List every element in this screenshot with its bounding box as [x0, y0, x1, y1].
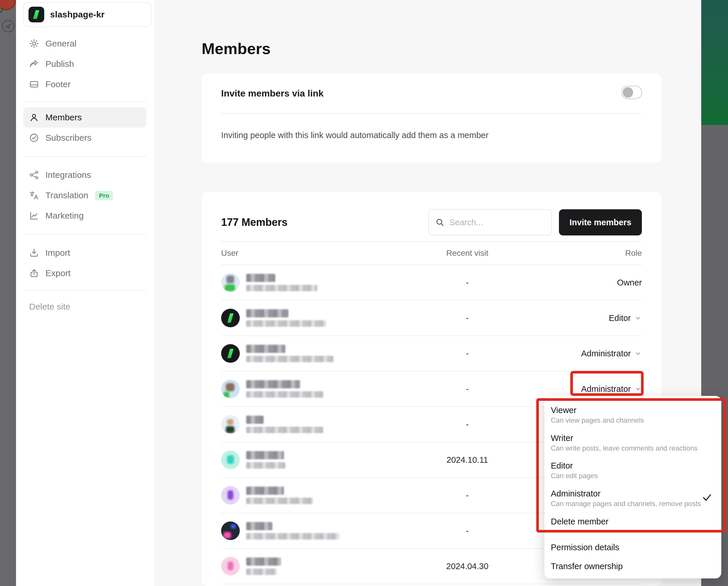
publish-icon: [29, 59, 39, 69]
sidebar-item-members[interactable]: Members: [23, 107, 146, 128]
masked-name: [246, 558, 281, 566]
role-dropdown-open[interactable]: Administrator: [520, 384, 642, 394]
sidebar-divider: [23, 234, 146, 235]
invite-link-toggle[interactable]: [621, 86, 642, 99]
menu-action-delete-member[interactable]: Delete member: [551, 516, 716, 527]
invite-members-button[interactable]: Invite members: [559, 209, 642, 236]
role-dropdown[interactable]: Administrator: [520, 349, 642, 358]
member-search: [428, 209, 552, 236]
avatar: [221, 451, 240, 469]
person-icon: [29, 112, 39, 123]
menu-action-transfer-ownership[interactable]: Transfer ownership: [551, 561, 716, 571]
recent-visit: -: [415, 491, 520, 500]
user-cell: [221, 273, 415, 292]
sidebar-item-label: Export: [45, 268, 71, 278]
masked-email: [246, 285, 318, 291]
table-row: - Editor: [221, 300, 642, 336]
masked-name: [246, 451, 284, 459]
import-icon: [29, 248, 39, 258]
site-name: slashpage-kr: [50, 9, 104, 20]
table-row: - Owner: [221, 265, 642, 300]
menu-option-editor[interactable]: Editor Can edit pages: [551, 460, 716, 480]
sidebar-nav: General Publish Footer: [23, 33, 146, 315]
sidebar-item-general[interactable]: General: [23, 33, 146, 54]
role-value: Owner: [520, 278, 642, 288]
sidebar-item-label: Integrations: [45, 170, 91, 180]
export-icon: [29, 268, 39, 278]
masked-email: [246, 427, 323, 433]
recent-visit: -: [415, 526, 520, 536]
avatar: [221, 309, 240, 327]
sidebar-item-label: Subscribers: [45, 133, 91, 143]
masked-email: [246, 533, 339, 539]
sidebar-divider: [23, 102, 146, 102]
avatar: [221, 344, 240, 363]
sidebar-divider: [23, 156, 146, 157]
sidebar-item-export[interactable]: Export: [23, 263, 146, 284]
delete-site-button[interactable]: Delete site: [23, 298, 146, 315]
sidebar-item-label: General: [45, 39, 77, 49]
masked-email: [246, 498, 313, 504]
sidebar-item-import[interactable]: Import: [23, 243, 146, 263]
masked-name: [246, 274, 275, 282]
role-dropdown[interactable]: Editor: [520, 313, 642, 323]
recent-visit: -: [415, 278, 520, 288]
user-cell: [221, 557, 415, 576]
integrations-icon: [29, 170, 39, 180]
sidebar-item-publish[interactable]: Publish: [23, 54, 146, 74]
avatar: [221, 486, 240, 505]
menu-action-permission-details[interactable]: Permission details: [551, 542, 716, 553]
role-menu: Viewer Can view pages and channels Write…: [545, 396, 721, 579]
recent-visit: -: [415, 313, 520, 323]
menu-option-viewer[interactable]: Viewer Can view pages and channels: [551, 405, 716, 425]
chevron-down-icon: [634, 385, 642, 393]
settings-modal: slashpage-kr General Publish: [0, 0, 728, 586]
masked-name: [246, 380, 300, 388]
card-divider: [221, 113, 642, 114]
chart-icon: [29, 211, 39, 221]
compass-icon: [1, 19, 15, 33]
sidebar-item-footer[interactable]: Footer: [23, 74, 146, 95]
sidebar-item-marketing[interactable]: Marketing: [23, 206, 146, 226]
sidebar-item-translation[interactable]: Translation Pro: [23, 185, 146, 206]
avatar: [221, 557, 240, 576]
recent-visit: -: [415, 420, 520, 429]
chevron-down-icon: [634, 314, 642, 322]
invite-link-title: Invite members via link: [221, 88, 324, 99]
masked-name: [246, 416, 263, 424]
masked-name: [246, 345, 285, 353]
user-cell: [221, 309, 415, 327]
table-row: - Administrator: [221, 336, 642, 371]
sidebar-divider: [23, 290, 146, 291]
settings-sidebar: slashpage-kr General Publish: [16, 0, 155, 586]
menu-option-writer[interactable]: Writer Can write posts, leave comments a…: [551, 433, 716, 453]
search-icon: [435, 218, 445, 227]
avatar: [221, 380, 240, 398]
avatar: [221, 415, 240, 434]
menu-option-administrator[interactable]: Administrator Can manage pages and chann…: [551, 488, 716, 508]
table-header: User Recent visit Role: [221, 241, 642, 265]
gear-icon: [29, 39, 39, 49]
page-title: Members: [202, 39, 271, 57]
user-cell: [221, 522, 415, 540]
masked-name: [246, 487, 284, 495]
masked-email: [246, 462, 285, 469]
translate-icon: [29, 190, 39, 200]
sidebar-item-subscribers[interactable]: Subscribers: [23, 128, 146, 148]
members-toolbar: 177 Members Invite members: [221, 209, 642, 236]
sidebar-item-integrations[interactable]: Integrations: [23, 165, 146, 185]
recent-visit: 2024.10.11: [415, 455, 520, 465]
column-role: Role: [520, 248, 642, 258]
site-switcher[interactable]: slashpage-kr: [23, 2, 151, 27]
sidebar-item-label: Marketing: [45, 211, 84, 221]
sidebar-item-label: Footer: [45, 79, 71, 89]
user-cell: [221, 451, 415, 469]
invite-link-description: Inviting people with this link would aut…: [221, 131, 488, 140]
masked-email: [246, 391, 323, 398]
avatar: [221, 273, 240, 292]
toggle-knob: [623, 87, 633, 98]
masked-email: [246, 356, 333, 362]
slashpage-logo-icon: [28, 7, 44, 22]
column-user: User: [221, 248, 415, 258]
search-input[interactable]: [449, 217, 543, 228]
